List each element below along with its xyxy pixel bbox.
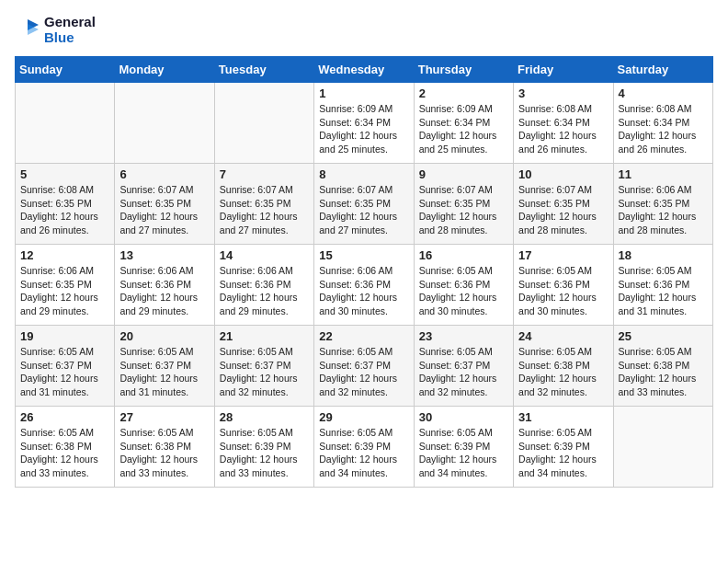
- day-info: Sunrise: 6:09 AMSunset: 6:34 PMDaylight:…: [319, 102, 408, 156]
- week-row-3: 12Sunrise: 6:06 AMSunset: 6:35 PMDayligh…: [16, 245, 713, 326]
- calendar-cell: 18Sunrise: 6:05 AMSunset: 6:36 PMDayligh…: [613, 245, 712, 326]
- header-sunday: Sunday: [16, 57, 115, 83]
- day-number: 4: [619, 86, 708, 100]
- week-row-5: 26Sunrise: 6:05 AMSunset: 6:38 PMDayligh…: [16, 407, 713, 488]
- day-info: Sunrise: 6:05 AMSunset: 6:37 PMDaylight:…: [220, 345, 309, 399]
- calendar-cell: 28Sunrise: 6:05 AMSunset: 6:39 PMDayligh…: [214, 407, 313, 488]
- day-number: 24: [518, 329, 608, 343]
- day-info: Sunrise: 6:06 AMSunset: 6:36 PMDaylight:…: [220, 264, 309, 318]
- day-info: Sunrise: 6:09 AMSunset: 6:34 PMDaylight:…: [419, 102, 508, 156]
- day-info: Sunrise: 6:07 AMSunset: 6:35 PMDaylight:…: [119, 183, 209, 237]
- calendar-cell: 5Sunrise: 6:08 AMSunset: 6:35 PMDaylight…: [16, 164, 115, 245]
- calendar-cell: 25Sunrise: 6:05 AMSunset: 6:38 PMDayligh…: [613, 326, 712, 407]
- day-info: Sunrise: 6:06 AMSunset: 6:36 PMDaylight:…: [119, 264, 209, 318]
- day-number: 22: [319, 329, 408, 343]
- day-number: 9: [419, 167, 508, 181]
- day-number: 7: [220, 167, 309, 181]
- calendar-cell: 1Sunrise: 6:09 AMSunset: 6:34 PMDaylight…: [314, 83, 414, 164]
- header-tuesday: Tuesday: [214, 57, 313, 83]
- day-info: Sunrise: 6:05 AMSunset: 6:37 PMDaylight:…: [419, 345, 508, 399]
- day-info: Sunrise: 6:07 AMSunset: 6:35 PMDaylight:…: [220, 183, 309, 237]
- calendar-cell: [613, 407, 712, 488]
- day-number: 28: [220, 410, 309, 424]
- header-wednesday: Wednesday: [314, 57, 414, 83]
- day-number: 13: [119, 248, 209, 262]
- calendar-cell: 23Sunrise: 6:05 AMSunset: 6:37 PMDayligh…: [414, 326, 513, 407]
- logo-line1: General: [44, 15, 96, 30]
- day-info: Sunrise: 6:05 AMSunset: 6:38 PMDaylight:…: [20, 426, 109, 480]
- week-row-1: 1Sunrise: 6:09 AMSunset: 6:34 PMDaylight…: [16, 83, 713, 164]
- calendar-cell: [115, 83, 214, 164]
- day-number: 12: [20, 248, 109, 262]
- calendar-cell: 2Sunrise: 6:09 AMSunset: 6:34 PMDaylight…: [414, 83, 513, 164]
- calendar-cell: 27Sunrise: 6:05 AMSunset: 6:38 PMDayligh…: [115, 407, 214, 488]
- calendar-cell: 22Sunrise: 6:05 AMSunset: 6:37 PMDayligh…: [314, 326, 414, 407]
- day-number: 10: [518, 167, 608, 181]
- day-info: Sunrise: 6:05 AMSunset: 6:39 PMDaylight:…: [419, 426, 508, 480]
- calendar-cell: 19Sunrise: 6:05 AMSunset: 6:37 PMDayligh…: [16, 326, 115, 407]
- day-number: 1: [319, 86, 408, 100]
- day-number: 6: [119, 167, 209, 181]
- calendar-cell: 30Sunrise: 6:05 AMSunset: 6:39 PMDayligh…: [414, 407, 513, 488]
- calendar-cell: 6Sunrise: 6:07 AMSunset: 6:35 PMDaylight…: [115, 164, 214, 245]
- day-number: 2: [419, 86, 508, 100]
- calendar-cell: 26Sunrise: 6:05 AMSunset: 6:38 PMDayligh…: [16, 407, 115, 488]
- calendar-cell: 8Sunrise: 6:07 AMSunset: 6:35 PMDaylight…: [314, 164, 414, 245]
- day-number: 18: [619, 248, 708, 262]
- calendar-cell: [214, 83, 313, 164]
- week-row-4: 19Sunrise: 6:05 AMSunset: 6:37 PMDayligh…: [16, 326, 713, 407]
- day-info: Sunrise: 6:05 AMSunset: 6:39 PMDaylight:…: [319, 426, 408, 480]
- day-info: Sunrise: 6:07 AMSunset: 6:35 PMDaylight:…: [319, 183, 408, 237]
- logo-shape-icon: [15, 17, 40, 43]
- calendar-cell: 9Sunrise: 6:07 AMSunset: 6:35 PMDaylight…: [414, 164, 513, 245]
- calendar-cell: 10Sunrise: 6:07 AMSunset: 6:35 PMDayligh…: [514, 164, 613, 245]
- logo: General Blue: [15, 15, 96, 45]
- calendar-cell: 29Sunrise: 6:05 AMSunset: 6:39 PMDayligh…: [314, 407, 414, 488]
- day-info: Sunrise: 6:05 AMSunset: 6:38 PMDaylight:…: [119, 426, 209, 480]
- calendar-cell: [16, 83, 115, 164]
- day-info: Sunrise: 6:05 AMSunset: 6:39 PMDaylight:…: [220, 426, 309, 480]
- calendar-cell: 13Sunrise: 6:06 AMSunset: 6:36 PMDayligh…: [115, 245, 214, 326]
- day-number: 16: [419, 248, 508, 262]
- day-number: 27: [119, 410, 209, 424]
- day-number: 20: [119, 329, 209, 343]
- header-monday: Monday: [115, 57, 214, 83]
- day-number: 29: [319, 410, 408, 424]
- day-number: 11: [619, 167, 708, 181]
- day-info: Sunrise: 6:05 AMSunset: 6:38 PMDaylight:…: [518, 345, 608, 399]
- day-info: Sunrise: 6:05 AMSunset: 6:37 PMDaylight:…: [119, 345, 209, 399]
- day-number: 17: [518, 248, 608, 262]
- day-info: Sunrise: 6:06 AMSunset: 6:35 PMDaylight:…: [20, 264, 109, 318]
- day-info: Sunrise: 6:05 AMSunset: 6:38 PMDaylight:…: [619, 345, 708, 399]
- calendar-cell: 7Sunrise: 6:07 AMSunset: 6:35 PMDaylight…: [214, 164, 313, 245]
- day-number: 26: [20, 410, 109, 424]
- calendar-cell: 21Sunrise: 6:05 AMSunset: 6:37 PMDayligh…: [214, 326, 313, 407]
- calendar-cell: 24Sunrise: 6:05 AMSunset: 6:38 PMDayligh…: [514, 326, 613, 407]
- day-number: 31: [518, 410, 608, 424]
- calendar-cell: 20Sunrise: 6:05 AMSunset: 6:37 PMDayligh…: [115, 326, 214, 407]
- day-info: Sunrise: 6:05 AMSunset: 6:36 PMDaylight:…: [419, 264, 508, 318]
- calendar-cell: 16Sunrise: 6:05 AMSunset: 6:36 PMDayligh…: [414, 245, 513, 326]
- day-info: Sunrise: 6:07 AMSunset: 6:35 PMDaylight:…: [518, 183, 608, 237]
- day-number: 25: [619, 329, 708, 343]
- day-info: Sunrise: 6:08 AMSunset: 6:35 PMDaylight:…: [20, 183, 109, 237]
- calendar-header: SundayMondayTuesdayWednesdayThursdayFrid…: [16, 57, 713, 83]
- header-saturday: Saturday: [613, 57, 712, 83]
- day-info: Sunrise: 6:07 AMSunset: 6:35 PMDaylight:…: [419, 183, 508, 237]
- calendar-cell: 31Sunrise: 6:05 AMSunset: 6:39 PMDayligh…: [514, 407, 613, 488]
- calendar-cell: 15Sunrise: 6:06 AMSunset: 6:36 PMDayligh…: [314, 245, 414, 326]
- day-info: Sunrise: 6:05 AMSunset: 6:39 PMDaylight:…: [518, 426, 608, 480]
- day-info: Sunrise: 6:08 AMSunset: 6:34 PMDaylight:…: [518, 102, 608, 156]
- calendar-cell: 14Sunrise: 6:06 AMSunset: 6:36 PMDayligh…: [214, 245, 313, 326]
- day-info: Sunrise: 6:08 AMSunset: 6:34 PMDaylight:…: [619, 102, 708, 156]
- calendar-cell: 12Sunrise: 6:06 AMSunset: 6:35 PMDayligh…: [16, 245, 115, 326]
- day-number: 30: [419, 410, 508, 424]
- logo-container: General Blue: [15, 15, 96, 45]
- day-number: 19: [20, 329, 109, 343]
- day-info: Sunrise: 6:05 AMSunset: 6:36 PMDaylight:…: [518, 264, 608, 318]
- day-number: 5: [20, 167, 109, 181]
- day-number: 3: [518, 86, 608, 100]
- header-thursday: Thursday: [414, 57, 513, 83]
- calendar-cell: 3Sunrise: 6:08 AMSunset: 6:34 PMDaylight…: [514, 83, 613, 164]
- day-number: 23: [419, 329, 508, 343]
